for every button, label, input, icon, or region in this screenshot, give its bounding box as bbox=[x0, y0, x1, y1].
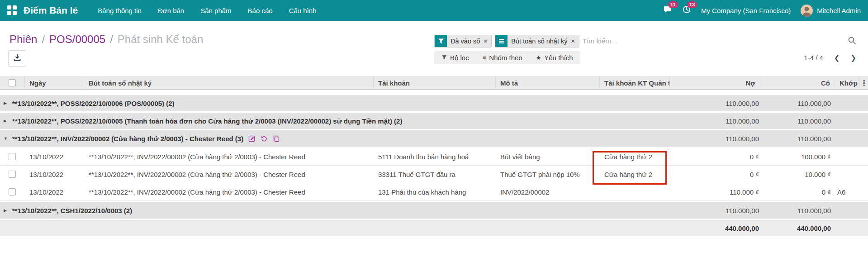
cell-journal-entry: **13/10/2022**, INV/2022/00002 (Cửa hàng… bbox=[84, 153, 373, 161]
col-header-analytic-account[interactable]: Tài khoản KT Quản trị bbox=[599, 76, 669, 90]
undo-icon[interactable] bbox=[261, 135, 268, 142]
avatar bbox=[801, 5, 813, 17]
facet-remove-icon[interactable]: ✕ bbox=[483, 38, 488, 44]
table-row[interactable]: 13/10/2022**13/10/2022**, INV/2022/00002… bbox=[0, 148, 868, 166]
menu-products[interactable]: Sản phẩm bbox=[194, 3, 237, 18]
group-credit: 110.000,00 bbox=[760, 207, 835, 215]
filter-icon bbox=[435, 35, 447, 47]
group-debit: 110.000,00 bbox=[669, 117, 760, 125]
search-facet-posted: Đã vào sổ ✕ bbox=[434, 35, 492, 48]
menu-configuration[interactable]: Cấu hình bbox=[283, 3, 323, 18]
search-options: Bộ lọc ≡ Nhóm theo ★ Yêu thích bbox=[434, 51, 580, 64]
facet-remove-icon[interactable]: ✕ bbox=[571, 38, 575, 44]
row-checkbox[interactable] bbox=[0, 153, 24, 160]
favorites-button[interactable]: ★ Yêu thích bbox=[536, 54, 573, 62]
export-button[interactable] bbox=[8, 50, 26, 67]
control-panel: Phiên / POS/00005 / Phát sinh Kế toán Đã… bbox=[0, 21, 868, 73]
breadcrumb-sessions[interactable]: Phiên bbox=[9, 33, 37, 46]
group-credit: 110.000,00 bbox=[760, 100, 835, 107]
caret-right-icon[interactable]: ▶ bbox=[4, 208, 8, 213]
cell-date: 13/10/2022 bbox=[24, 188, 84, 196]
group-label: ▼**13/10/2022**, INV/2022/00002 (Cửa hàn… bbox=[0, 135, 669, 143]
app-brand[interactable]: Điểm Bán lẻ bbox=[24, 5, 78, 16]
cell-matching: A6 bbox=[835, 188, 859, 196]
group-row[interactable]: ▶**13/10/2022**, CSH1/2022/10/0003 (2)11… bbox=[0, 202, 868, 219]
journal-items-list: Ngày Bút toán sổ nhật ký Tài khoản Mô tả… bbox=[0, 76, 868, 236]
col-header-date[interactable]: Ngày bbox=[24, 76, 84, 90]
menu-reporting[interactable]: Báo cáo bbox=[242, 3, 279, 18]
user-menu[interactable]: Mitchell Admin bbox=[801, 5, 861, 17]
main-menu: Bảng thông tin Đơn bán Sản phẩm Báo cáo … bbox=[91, 3, 323, 18]
menu-orders[interactable]: Đơn bán bbox=[152, 3, 190, 18]
search-bar: Đã vào sổ ✕ Bút toán sổ nhật ký ✕ bbox=[434, 35, 843, 48]
facet-label: Bút toán sổ nhật ký bbox=[511, 38, 567, 45]
cell-credit: 0 ₫ bbox=[760, 188, 835, 196]
page-title: Phát sinh Kế toán bbox=[118, 33, 203, 46]
cell-description: Thuế GTGT phải nộp 10% bbox=[495, 171, 599, 178]
group-row[interactable]: ▼**13/10/2022**, INV/2022/00002 (Cửa hàn… bbox=[0, 130, 868, 147]
group-title: **13/10/2022**, CSH1/2022/10/0003 (2) bbox=[12, 207, 132, 215]
col-header-credit[interactable]: Có bbox=[760, 76, 835, 90]
search-icon[interactable] bbox=[848, 36, 856, 47]
breadcrumb-pos-record[interactable]: POS/00005 bbox=[49, 33, 105, 46]
group-by-icon: ≡ bbox=[483, 54, 486, 61]
group-credit: 110.000,00 bbox=[760, 117, 835, 125]
search-input[interactable] bbox=[583, 37, 843, 45]
col-header-journal-entry[interactable]: Bút toán sổ nhật ký bbox=[84, 76, 373, 90]
cell-account: 131 Phải thu của khách hàng bbox=[373, 188, 495, 196]
apps-menu-icon[interactable] bbox=[7, 5, 17, 15]
cell-description: INV/2022/00002 bbox=[495, 188, 599, 196]
col-header-account[interactable]: Tài khoản bbox=[373, 76, 495, 90]
cell-credit: 100.000 ₫ bbox=[760, 153, 835, 161]
group-debit: 110.000,00 bbox=[669, 135, 760, 143]
table-row[interactable]: 13/10/2022**13/10/2022**, INV/2022/00002… bbox=[0, 183, 868, 201]
cell-journal-entry: **13/10/2022**, INV/2022/00002 (Cửa hàng… bbox=[84, 171, 373, 178]
caret-right-icon[interactable]: ▶ bbox=[4, 119, 8, 123]
activities-button[interactable]: 13 bbox=[682, 5, 691, 16]
pager-previous-button[interactable]: ❮ bbox=[834, 54, 840, 62]
facet-label: Đã vào sổ bbox=[451, 38, 480, 45]
cell-credit: 10.000 ₫ bbox=[760, 171, 835, 178]
cell-date: 13/10/2022 bbox=[24, 171, 84, 178]
col-header-description[interactable]: Mô tả bbox=[495, 76, 599, 90]
table-row[interactable]: 13/10/2022**13/10/2022**, INV/2022/00002… bbox=[0, 166, 868, 183]
pager-next-button[interactable]: ❯ bbox=[850, 54, 856, 62]
filters-button[interactable]: Bộ lọc bbox=[441, 54, 469, 62]
cell-debit: 0 ₫ bbox=[669, 171, 760, 178]
cell-analytic-account: Cửa hàng thứ 2 bbox=[599, 171, 669, 178]
breadcrumb-separator: / bbox=[110, 33, 113, 46]
group-title: **13/10/2022**, POSS/2022/10/0006 (POS/0… bbox=[12, 100, 175, 107]
filter-icon bbox=[441, 54, 447, 62]
activities-count-badge: 13 bbox=[687, 1, 697, 8]
cell-description: Bút viết bảng bbox=[495, 153, 599, 161]
messages-button[interactable]: 11 bbox=[663, 5, 672, 16]
table-header: Ngày Bút toán sổ nhật ký Tài khoản Mô tả… bbox=[0, 76, 868, 90]
optional-columns-icon[interactable]: ⋮ bbox=[859, 76, 868, 90]
total-debit: 440.000,00 bbox=[669, 224, 760, 232]
pager-range: 1-4 / 4 bbox=[804, 54, 823, 62]
cell-account: 33311 Thuế GTGT đầu ra bbox=[373, 171, 495, 178]
group-row[interactable]: ▶**13/10/2022**, POSS/2022/10/0005 (Than… bbox=[0, 113, 868, 129]
group-title: **13/10/2022**, INV/2022/00002 (Cửa hàng… bbox=[12, 135, 243, 143]
table-body: ▶**13/10/2022**, POSS/2022/10/0006 (POS/… bbox=[0, 95, 868, 219]
row-checkbox[interactable] bbox=[0, 188, 24, 195]
messages-count-badge: 11 bbox=[668, 1, 678, 8]
total-credit: 440.000,00 bbox=[760, 224, 835, 232]
group-title: **13/10/2022**, POSS/2022/10/0005 (Thanh… bbox=[12, 117, 402, 125]
row-checkbox[interactable] bbox=[0, 171, 24, 178]
copy-icon[interactable] bbox=[273, 135, 280, 142]
cell-journal-entry: **13/10/2022**, INV/2022/00002 (Cửa hàng… bbox=[84, 188, 373, 196]
group-by-icon bbox=[495, 35, 508, 47]
caret-down-icon[interactable]: ▼ bbox=[4, 136, 8, 141]
col-header-debit[interactable]: Nợ bbox=[669, 76, 760, 90]
col-header-matching[interactable]: Khớp bbox=[835, 76, 859, 90]
company-switcher[interactable]: My Company (San Francisco) bbox=[701, 7, 791, 14]
star-icon: ★ bbox=[536, 54, 541, 61]
group-row[interactable]: ▶**13/10/2022**, POSS/2022/10/0006 (POS/… bbox=[0, 95, 868, 111]
group-by-button[interactable]: ≡ Nhóm theo bbox=[483, 54, 522, 62]
top-navbar: Điểm Bán lẻ Bảng thông tin Đơn bán Sản p… bbox=[0, 0, 868, 21]
select-all-checkbox[interactable] bbox=[0, 76, 24, 90]
menu-dashboard[interactable]: Bảng thông tin bbox=[91, 3, 148, 18]
edit-icon[interactable] bbox=[248, 135, 256, 142]
caret-right-icon[interactable]: ▶ bbox=[4, 101, 8, 105]
